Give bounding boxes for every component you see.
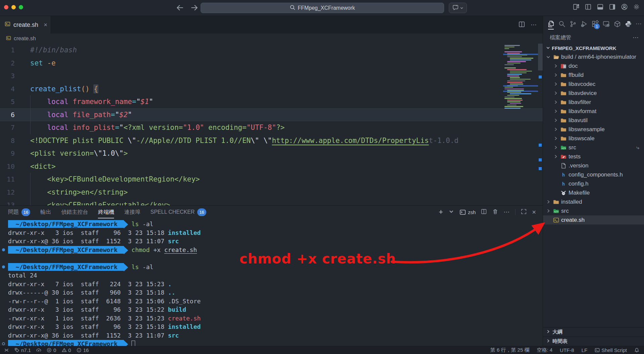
code-line[interactable]: 5 local framework_name="$1" bbox=[0, 95, 543, 108]
panel-tab-連接埠[interactable]: 連接埠 bbox=[124, 206, 140, 218]
kill-terminal-icon[interactable] bbox=[492, 208, 498, 216]
sync-cloud-icon[interactable] bbox=[36, 348, 41, 353]
minimap[interactable] bbox=[504, 45, 537, 122]
code-line[interactable]: 12 <string>en</string> bbox=[0, 186, 543, 199]
chevron-right-icon[interactable] bbox=[553, 154, 558, 159]
code-line[interactable]: 4create_plist() { bbox=[0, 83, 543, 96]
remote-explorer-icon[interactable] bbox=[602, 18, 610, 30]
toggle-primary-sidebar-icon[interactable] bbox=[585, 3, 592, 12]
settings-gear-icon[interactable] bbox=[633, 3, 640, 12]
split-editor-icon[interactable] bbox=[518, 21, 525, 29]
search-view-icon[interactable] bbox=[558, 18, 566, 30]
cursor-position[interactable]: 第 6 行，第 25 欄 bbox=[490, 347, 530, 353]
tree-item-libavfilter[interactable]: libavfilter bbox=[543, 98, 644, 107]
code-line[interactable]: 8<!DOCTYPE plist PUBLIC \"-//Apple//DTD … bbox=[0, 134, 543, 147]
code-line[interactable]: 10<dict> bbox=[0, 160, 543, 173]
chevron-right-icon[interactable] bbox=[553, 82, 558, 87]
notifications-bell-icon[interactable] bbox=[634, 348, 639, 353]
tree-item-libavformat[interactable]: libavformat bbox=[543, 107, 644, 116]
chevron-right-icon[interactable] bbox=[553, 145, 558, 150]
tree-item-installed[interactable]: installed bbox=[543, 197, 644, 206]
errors-item[interactable]: 0 bbox=[47, 347, 56, 353]
chevron-right-icon[interactable] bbox=[553, 63, 558, 68]
panel-more-actions-icon[interactable]: ⋯ bbox=[503, 208, 510, 216]
tree-item-Makefile[interactable]: Makefile bbox=[543, 188, 644, 197]
new-terminal-button[interactable]: + bbox=[439, 208, 443, 216]
tree-item-config.h[interactable]: hconfig.h bbox=[543, 179, 644, 188]
terminal-instance[interactable]: zsh bbox=[460, 209, 476, 215]
eol-sequence[interactable]: LF bbox=[582, 347, 588, 353]
panel-tab-偵錯主控台[interactable]: 偵錯主控台 bbox=[61, 206, 88, 218]
tree-item-src[interactable]: </>src⤷ bbox=[543, 143, 644, 152]
chevron-right-icon[interactable] bbox=[553, 91, 558, 96]
warnings-item[interactable]: 0 bbox=[62, 347, 71, 353]
tree-item-config_components.h[interactable]: hconfig_components.h bbox=[543, 170, 644, 179]
activity-more-icon[interactable]: ⋯ bbox=[636, 18, 642, 30]
panel-tab-終端機[interactable]: 終端機 bbox=[98, 206, 114, 218]
code-editor[interactable]: 1#!/bin/bash2set -e34create_plist() {5 l… bbox=[0, 44, 543, 205]
chevron-right-icon[interactable] bbox=[553, 136, 558, 141]
chevron-right-icon[interactable] bbox=[546, 199, 551, 204]
customize-layout-icon[interactable] bbox=[573, 3, 580, 12]
source-control-icon[interactable] bbox=[569, 18, 577, 30]
panel-tab-SPELL CHECKER[interactable]: SPELL CHECKER16 bbox=[150, 206, 206, 218]
tree-item-libavutil[interactable]: libavutil bbox=[543, 116, 644, 125]
tree-item-ffbuild[interactable]: ffbuild bbox=[543, 70, 644, 80]
code-line[interactable]: 13 <key>CFBundleExecutable</key> bbox=[0, 199, 543, 205]
tree-item-libswscale[interactable]: libswscale bbox=[543, 134, 644, 143]
explorer-view-icon[interactable] bbox=[547, 18, 555, 30]
code-line[interactable]: 7 local info_plist="<?xml version="1.0" … bbox=[0, 121, 543, 134]
cube-3d-view-icon[interactable] bbox=[613, 18, 621, 30]
close-window-button[interactable] bbox=[4, 5, 8, 9]
encoding[interactable]: UTF-8 bbox=[560, 347, 574, 353]
python-view-icon[interactable] bbox=[625, 18, 632, 30]
copilot-chat-button[interactable] bbox=[449, 3, 467, 13]
toggle-panel-icon[interactable] bbox=[597, 3, 604, 12]
minimize-window-button[interactable] bbox=[11, 5, 16, 9]
chevron-right-icon[interactable] bbox=[553, 72, 558, 78]
tree-item-tests[interactable]: tests bbox=[543, 152, 644, 161]
tree-item-doc[interactable]: doc bbox=[543, 61, 644, 70]
code-line[interactable]: 6 local file_path="$2" bbox=[0, 108, 543, 121]
tree-item-libavcodec[interactable]: libavcodec bbox=[543, 80, 644, 89]
back-arrow-icon[interactable] bbox=[176, 3, 184, 13]
terminal-output[interactable]: ~/Desktop/FFMpeg_XCFramework ls -aldrwxr… bbox=[0, 218, 543, 346]
tree-item-.version[interactable]: .version bbox=[543, 161, 644, 170]
explorer-more-actions-icon[interactable]: ⋯ bbox=[633, 34, 639, 41]
extensions-view-icon[interactable]: 1 bbox=[591, 18, 599, 30]
panel-tab-輸出[interactable]: 輸出 bbox=[40, 206, 51, 218]
zoom-window-button[interactable] bbox=[19, 5, 23, 9]
code-line[interactable]: 9<plist version=\"1.0\"> bbox=[0, 147, 543, 160]
chevron-down-icon[interactable] bbox=[546, 54, 551, 59]
indentation[interactable]: 空格: 4 bbox=[537, 347, 552, 353]
version-tag-item[interactable]: n7.1 bbox=[14, 347, 31, 353]
code-line[interactable]: 11 <key>CFBundleDevelopmentRegion</key> bbox=[0, 173, 543, 186]
chevron-right-icon[interactable] bbox=[553, 100, 558, 105]
command-center-search[interactable]: FFMpeg_XCFramework bbox=[201, 3, 444, 13]
chevron-right-icon[interactable] bbox=[546, 208, 551, 213]
timeline-section[interactable]: 時間表 bbox=[543, 337, 644, 346]
info-item[interactable]: 16 bbox=[76, 347, 89, 353]
code-line[interactable]: 3 bbox=[0, 69, 543, 83]
tree-item-build / arm64-iphonesimulator[interactable]: build / arm64-iphonesimulator bbox=[543, 52, 644, 61]
tree-item-libswresample[interactable]: libswresample bbox=[543, 125, 644, 134]
code-line[interactable]: 2set -e bbox=[0, 57, 543, 70]
chevron-right-icon[interactable] bbox=[553, 109, 558, 114]
close-tab-icon[interactable]: × bbox=[44, 21, 47, 29]
forward-arrow-icon[interactable] bbox=[190, 3, 199, 13]
split-terminal-icon[interactable] bbox=[481, 208, 487, 216]
language-mode[interactable]: Shell Script bbox=[595, 347, 627, 353]
editor-more-actions-icon[interactable]: ⋯ bbox=[531, 21, 537, 29]
code-line[interactable]: 1#!/bin/bash bbox=[0, 44, 543, 57]
toggle-secondary-sidebar-icon[interactable] bbox=[609, 3, 616, 12]
breadcrumb[interactable]: create.sh bbox=[0, 34, 543, 44]
tab-create-sh[interactable]: create.sh × bbox=[0, 16, 51, 34]
tree-item-create.sh[interactable]: create.sh bbox=[543, 215, 644, 224]
account-icon[interactable] bbox=[621, 3, 628, 12]
run-debug-icon[interactable] bbox=[580, 18, 588, 30]
terminal-dropdown-icon[interactable] bbox=[448, 208, 454, 216]
remote-indicator[interactable] bbox=[4, 348, 9, 353]
close-panel-icon[interactable]: × bbox=[532, 208, 536, 216]
editor-scrollbar[interactable] bbox=[538, 44, 543, 70]
chevron-right-icon[interactable] bbox=[553, 127, 558, 132]
